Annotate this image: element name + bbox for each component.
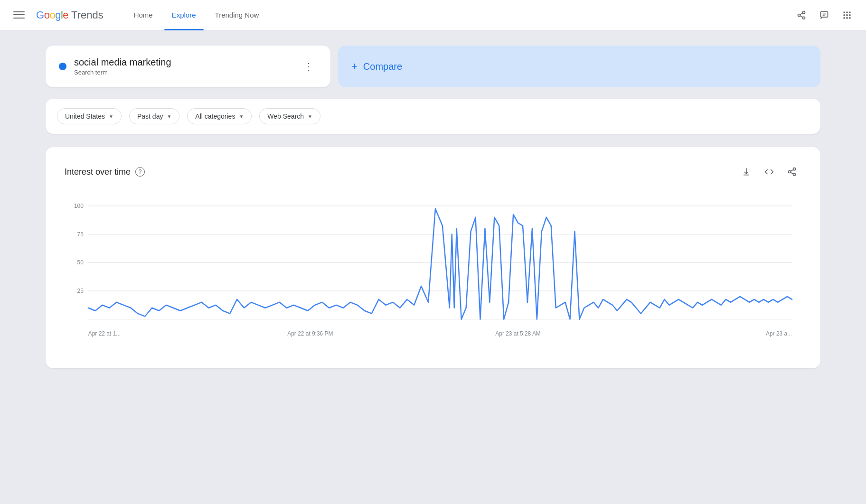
search-type-filter[interactable]: Web Search ▼ (259, 108, 320, 124)
chart-header: Interest over time ? (65, 162, 801, 181)
download-icon (742, 167, 751, 177)
embed-button[interactable] (760, 162, 779, 181)
svg-rect-8 (844, 11, 845, 13)
chart-card: Interest over time ? (46, 147, 820, 368)
x-label-1: Apr 22 at 1... (88, 330, 121, 337)
time-dropdown-arrow: ▼ (167, 114, 171, 119)
interest-over-time-chart: 100 75 50 25 Apr 22 at 1... Apr 22 at 9:… (65, 196, 801, 347)
main-content: social media marketing Search term ⋮ + C… (0, 30, 866, 383)
nav-explore[interactable]: Explore (164, 0, 204, 30)
share-button[interactable] (792, 6, 811, 25)
chart-share-icon (787, 167, 797, 177)
category-filter[interactable]: All categories ▼ (187, 108, 252, 124)
download-button[interactable] (737, 162, 756, 181)
svg-point-0 (803, 11, 805, 13)
compare-label: Compare (363, 61, 402, 72)
main-nav: Home Explore Trending Now (126, 0, 267, 30)
nav-home[interactable]: Home (126, 0, 160, 30)
svg-point-18 (789, 171, 791, 173)
trends-wordmark: Trends (71, 9, 104, 21)
header-right (792, 6, 857, 25)
menu-button[interactable] (9, 6, 28, 25)
region-label: United States (65, 112, 105, 120)
svg-point-17 (793, 168, 796, 170)
svg-rect-13 (849, 14, 850, 16)
svg-line-3 (800, 16, 803, 17)
svg-rect-5 (821, 11, 828, 17)
chart-actions (737, 162, 801, 181)
nav-trending-now[interactable]: Trending Now (207, 0, 267, 30)
search-term-label: Search term (74, 69, 292, 76)
svg-line-20 (791, 172, 793, 174)
search-type-label: Web Search (267, 112, 304, 120)
chart-container: 100 75 50 25 Apr 22 at 1... Apr 22 at 9:… (65, 196, 801, 349)
header-left: Google Trends (9, 6, 104, 25)
compare-card[interactable]: + Compare (338, 46, 820, 87)
svg-rect-11 (844, 14, 845, 16)
region-filter[interactable]: United States ▼ (57, 108, 122, 124)
search-row: social media marketing Search term ⋮ + C… (46, 46, 820, 87)
x-label-3: Apr 23 at 5:28 AM (495, 330, 540, 337)
hamburger-icon (13, 9, 25, 21)
feedback-button[interactable] (815, 6, 834, 25)
y-label-100: 100 (74, 203, 84, 209)
x-label-4: Apr 23 a... (766, 330, 792, 337)
time-label: Past day (137, 112, 163, 120)
google-wordmark: Google (36, 9, 68, 21)
svg-point-1 (798, 14, 800, 16)
search-term: social media marketing (74, 57, 292, 68)
svg-rect-12 (846, 14, 847, 16)
apps-icon (842, 10, 852, 20)
svg-rect-14 (844, 17, 845, 19)
svg-rect-16 (849, 17, 850, 19)
region-dropdown-arrow: ▼ (109, 114, 113, 119)
chart-title: Interest over time (65, 167, 131, 177)
search-text-area: social media marketing Search term (74, 57, 292, 76)
svg-rect-15 (846, 17, 847, 19)
apps-button[interactable] (838, 6, 857, 25)
y-label-25: 25 (77, 288, 84, 294)
embed-icon (764, 167, 774, 177)
logo: Google Trends (36, 9, 104, 21)
svg-rect-9 (846, 11, 847, 13)
x-label-2: Apr 22 at 9:36 PM (287, 330, 333, 337)
y-label-50: 50 (77, 259, 84, 266)
svg-point-2 (803, 17, 805, 19)
search-card: social media marketing Search term ⋮ (46, 46, 330, 87)
category-label: All categories (195, 112, 235, 120)
svg-line-4 (800, 13, 803, 14)
category-dropdown-arrow: ▼ (239, 114, 244, 119)
svg-line-21 (791, 169, 793, 171)
svg-point-19 (793, 173, 796, 176)
share-icon (797, 10, 806, 20)
svg-rect-10 (849, 11, 850, 13)
compare-plus-icon: + (351, 60, 358, 73)
y-label-75: 75 (77, 231, 84, 238)
header: Google Trends Home Explore Trending Now (0, 0, 866, 30)
search-dot (59, 63, 66, 70)
chart-title-area: Interest over time ? (65, 167, 145, 177)
feedback-icon (819, 10, 829, 20)
filters-row: United States ▼ Past day ▼ All categorie… (46, 99, 820, 134)
chart-share-button[interactable] (782, 162, 801, 181)
time-filter[interactable]: Past day ▼ (129, 108, 179, 124)
chart-line (88, 209, 792, 319)
help-icon[interactable]: ? (135, 167, 145, 177)
more-options-button[interactable]: ⋮ (300, 59, 317, 74)
search-type-dropdown-arrow: ▼ (308, 114, 312, 119)
